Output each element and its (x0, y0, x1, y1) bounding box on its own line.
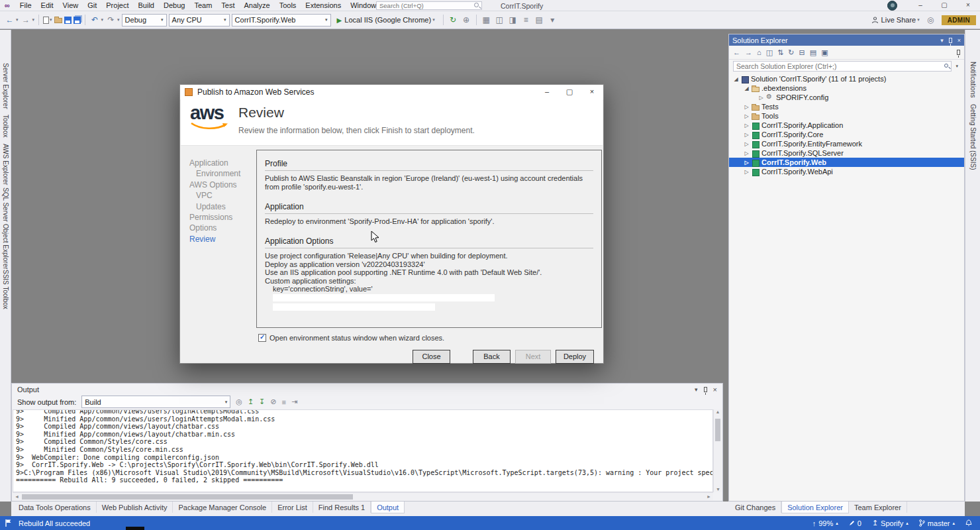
menu-item[interactable]: View (58, 0, 83, 11)
status-window-checkbox[interactable]: Open environment status window when wiza… (258, 334, 444, 342)
expander-icon[interactable] (744, 160, 750, 166)
minimize-button[interactable]: – (908, 0, 932, 11)
menu-item[interactable]: Analyze (240, 0, 275, 11)
expander-icon[interactable] (744, 123, 750, 129)
quick-search-input[interactable] (376, 1, 482, 10)
new-file-icon[interactable] (43, 17, 49, 24)
tool-window-tab[interactable]: AWS Explorer (2, 144, 9, 185)
wizard-nav-item[interactable]: Environment (189, 168, 253, 179)
chevron-down-icon[interactable]: ▾ (32, 17, 35, 23)
chevron-down-icon[interactable]: ▾ (50, 17, 52, 23)
expander-icon[interactable] (733, 76, 739, 82)
panel-tab[interactable]: Find Results 1 (313, 502, 371, 513)
pending-edits[interactable]: 0 (849, 519, 861, 527)
minimize-button[interactable]: – (536, 85, 558, 99)
panel-tab[interactable]: Team Explorer (849, 502, 907, 513)
panel-tab[interactable]: Error List (272, 502, 313, 513)
user-avatar[interactable] (887, 1, 897, 11)
tree-item[interactable]: CorrIT.Sporify.SQLServer (729, 148, 964, 158)
wizard-nav-item[interactable]: Application (189, 158, 253, 168)
expander-icon[interactable] (744, 85, 750, 91)
save-all-icon[interactable] (74, 17, 81, 24)
comment-icon[interactable]: ◫ (494, 15, 505, 25)
next-message-icon[interactable]: ↧ (259, 398, 265, 406)
indent-icon[interactable]: ≡ (520, 15, 532, 25)
close-icon[interactable]: × (713, 386, 717, 394)
chevron-down-icon[interactable]: ▾ (117, 17, 120, 23)
clear-all-icon[interactable]: ⊘ (270, 398, 276, 406)
tool-window-tab[interactable]: Getting Started (SSIS) (969, 104, 977, 170)
branch-picker[interactable]: master ▴ (919, 519, 955, 527)
tree-item[interactable]: CorrIT.Sporify.EntityFramework (729, 139, 964, 148)
tool-window-tab[interactable]: Notifications (969, 62, 977, 97)
find-in-files-icon[interactable]: ▦ (481, 15, 492, 25)
redo-icon[interactable]: ↷ (105, 15, 117, 25)
pin-icon[interactable] (957, 48, 960, 56)
wizard-nav-item[interactable]: AWS Options (189, 180, 253, 190)
repository-picker[interactable]: ↥ Sporify ▴ (872, 519, 908, 527)
menu-item[interactable]: Git (83, 0, 101, 11)
maximize-button[interactable]: ▢ (558, 85, 581, 99)
forward-icon[interactable]: → (745, 48, 752, 56)
menu-item[interactable]: Tools (275, 0, 301, 11)
output-titlebar[interactable]: Output ▾ × (12, 384, 722, 395)
menu-item[interactable]: File (15, 0, 36, 11)
sync-with-active-document-icon[interactable]: ⇅ (777, 48, 783, 57)
next-button[interactable]: Next (515, 350, 551, 364)
refresh-icon[interactable]: ↻ (448, 15, 459, 25)
menu-item[interactable]: Project (101, 0, 133, 11)
navigate-back-icon[interactable]: ← (4, 15, 15, 25)
platform-dropdown[interactable]: Any CPU▾ (169, 14, 230, 26)
attach-to-process-icon[interactable]: ⊕ (461, 15, 472, 25)
sync-status[interactable]: ↑ 99% ▴ (812, 519, 838, 527)
deploy-button[interactable]: Deploy (556, 350, 594, 364)
wizard-nav-item[interactable]: Permissions (189, 212, 253, 223)
chevron-down-icon[interactable]: ▾ (956, 64, 958, 69)
start-debugging-button[interactable]: ▶ Local IIS (Google Chrome) ▾ (333, 13, 439, 26)
expander-icon[interactable] (744, 150, 750, 156)
back-button[interactable]: Back (473, 350, 511, 364)
chevron-down-icon[interactable]: ▾ (940, 37, 944, 44)
panel-tab[interactable]: Solution Explorer (781, 502, 849, 513)
previous-message-icon[interactable]: ↥ (248, 398, 254, 406)
bell-icon[interactable] (965, 519, 972, 527)
tree-item[interactable]: CorrIT.Sporify.WebApi (729, 167, 964, 176)
solution-explorer-titlebar[interactable]: Solution Explorer ▾ × (729, 34, 964, 46)
horizontal-scrollbar[interactable]: ◄► (13, 492, 713, 500)
tree-item[interactable]: CorrIT.Sporify.Application (729, 121, 964, 130)
navigate-forward-icon[interactable]: → (21, 15, 32, 25)
send-feedback-icon[interactable]: ◎ (925, 15, 936, 25)
configuration-dropdown[interactable]: Debug▾ (122, 14, 167, 26)
tool-window-tab[interactable]: SSIS Toolbox (2, 270, 9, 309)
checkbox-checked-icon[interactable] (258, 334, 266, 342)
vertical-scrollbar[interactable]: ▲▼ (713, 409, 722, 492)
close-icon[interactable]: × (957, 37, 961, 44)
show-all-files-icon[interactable]: ▤ (810, 48, 816, 57)
expander-icon[interactable] (744, 104, 750, 110)
switch-views-icon[interactable]: ◫ (766, 48, 773, 57)
panel-tab[interactable]: Package Manager Console (173, 502, 272, 513)
collapse-all-icon[interactable]: ⊟ (799, 48, 805, 57)
live-share-button[interactable]: Live Share ▾ (871, 16, 920, 24)
autoscroll-icon[interactable]: ⇥ (291, 398, 297, 406)
find-message-icon[interactable]: ◎ (236, 398, 242, 406)
bookmark-icon[interactable]: ▤ (534, 15, 545, 25)
menu-item[interactable]: Build (134, 0, 159, 11)
menu-item[interactable]: Test (217, 0, 239, 11)
panel-tab[interactable]: Git Changes (730, 502, 781, 513)
save-icon[interactable] (64, 17, 72, 24)
properties-icon[interactable]: ▣ (821, 48, 828, 57)
expander-icon[interactable] (744, 169, 750, 175)
chevron-down-icon[interactable]: ▾ (101, 17, 104, 23)
admin-badge[interactable]: ADMIN (942, 15, 976, 25)
undo-icon[interactable]: ↶ (89, 15, 101, 25)
tree-item[interactable]: Tests (729, 102, 964, 111)
wizard-nav-item[interactable]: Options (189, 223, 253, 233)
menu-item[interactable]: Extensions (301, 0, 346, 11)
close-button[interactable]: × (581, 85, 603, 99)
wizard-nav-item[interactable]: Updates (189, 201, 253, 212)
chevron-down-icon[interactable]: ▾ (695, 386, 698, 393)
tool-window-tab[interactable]: Toolbox (2, 115, 9, 137)
open-file-icon[interactable] (54, 18, 62, 23)
tool-window-tab[interactable]: Server Explorer (2, 63, 9, 109)
